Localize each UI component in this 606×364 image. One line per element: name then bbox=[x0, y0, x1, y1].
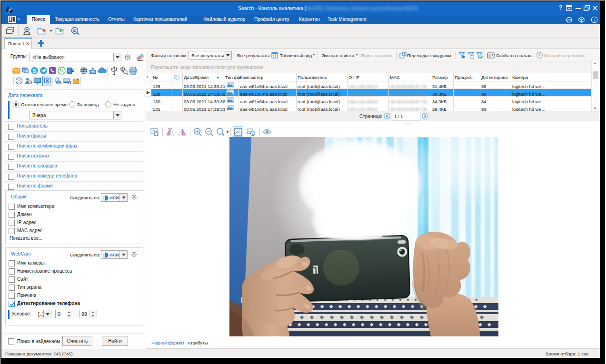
svg-text:S: S bbox=[33, 68, 36, 74]
svg-text:ID: ID bbox=[73, 29, 77, 32]
svg-text:HTTP: HTTP bbox=[81, 69, 87, 72]
svg-text:L: L bbox=[69, 69, 71, 73]
svg-text:i: i bbox=[594, 18, 595, 22]
svg-text:FTP: FTP bbox=[91, 71, 95, 74]
svg-text:API: API bbox=[567, 19, 571, 21]
svg-text:IM: IM bbox=[24, 69, 28, 73]
